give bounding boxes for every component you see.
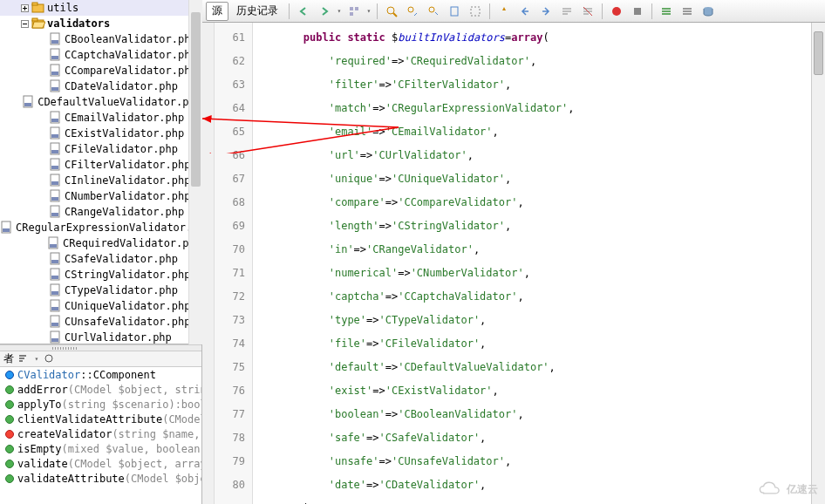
outline-method[interactable]: clientValidateAttribute(CModel …: [0, 412, 201, 426]
file-label: CSafeValidator.php: [65, 253, 178, 265]
outline-method[interactable]: addError(CModel $object, string …: [0, 382, 201, 397]
nav-fwd-button[interactable]: [315, 2, 334, 21]
outline-method[interactable]: applyTo(string $scenario):boole…: [0, 397, 201, 412]
folder-open-icon: [31, 17, 45, 31]
tree-file[interactable]: CDefaultValueValidator.php: [0, 94, 201, 110]
tree-folder-utils[interactable]: utils: [0, 0, 201, 16]
php-file-icon: [49, 299, 63, 313]
svg-rect-43: [51, 291, 58, 295]
tree-file[interactable]: CRangeValidator.php: [0, 204, 201, 220]
tree-file[interactable]: CDateValidator.php: [0, 78, 201, 94]
expand-icon[interactable]: [17, 2, 31, 14]
method-label: validate(CModel $object, array …: [17, 458, 201, 470]
tree-scrollbar[interactable]: [188, 0, 202, 344]
tree-file[interactable]: CRegularExpressionValidator.php: [0, 220, 201, 235]
source-tab[interactable]: 源: [206, 2, 228, 21]
tree-folder-validators[interactable]: validators: [0, 16, 201, 31]
php-file-icon: [49, 79, 63, 93]
method-label: validateAttribute(CModel $objec…: [17, 473, 201, 485]
file-label: CTypeValidator.php: [65, 284, 178, 296]
php-file-icon: [49, 126, 63, 140]
tree-file[interactable]: CRequiredValidator.php: [0, 235, 201, 251]
svg-rect-11: [51, 40, 58, 44]
svg-rect-58: [451, 7, 458, 16]
outline-method[interactable]: validate(CModel $object, array …: [0, 456, 201, 471]
filter-icon[interactable]: [44, 353, 56, 365]
split-handle[interactable]: [0, 344, 201, 351]
tree-file[interactable]: CUniqueValidator.php: [0, 298, 201, 314]
format-button[interactable]: [494, 2, 514, 21]
select-button[interactable]: [466, 2, 485, 21]
svg-rect-64: [662, 10, 671, 12]
db-button-3[interactable]: [699, 2, 718, 21]
sort-icon[interactable]: [17, 353, 30, 365]
code-area[interactable]: 6162636465666768697071727374757677787980…: [202, 23, 825, 504]
php-file-icon: [49, 48, 63, 62]
uncomment-button[interactable]: [578, 2, 597, 21]
tree-file[interactable]: CCaptchaValidator.php: [0, 47, 201, 63]
visibility-icon: [5, 415, 14, 424]
bookmark-button[interactable]: [445, 2, 464, 21]
file-label: CNumberValidator.php: [65, 190, 191, 202]
dropdown-icon[interactable]: ▾: [33, 355, 40, 363]
svg-point-61: [612, 7, 621, 16]
svg-point-50: [45, 355, 52, 362]
shift-left-button[interactable]: [515, 2, 535, 21]
visibility-icon: [5, 400, 14, 409]
macro-stop-button[interactable]: [628, 2, 647, 21]
tree-file[interactable]: CFilterValidator.php: [0, 157, 201, 173]
dropdown-icon[interactable]: ▾: [365, 7, 372, 15]
history-tab[interactable]: 历史记录: [230, 2, 284, 21]
svg-rect-27: [51, 166, 58, 169]
tree-file[interactable]: CSafeValidator.php: [0, 251, 201, 267]
find-button[interactable]: [382, 2, 401, 21]
find-prev-button[interactable]: [403, 2, 422, 21]
outline-class[interactable]: CValidator::CComponent: [0, 367, 201, 382]
tree-file[interactable]: CEmailValidator.php: [0, 110, 201, 126]
tree-file[interactable]: CInlineValidator.php: [0, 173, 201, 188]
editor-toolbar: 源 历史记录 ▾ ▾: [202, 0, 825, 23]
svg-rect-13: [51, 56, 58, 59]
tree-file[interactable]: CStringValidator.php: [0, 267, 201, 283]
file-label: CInlineValidator.php: [65, 174, 191, 187]
svg-rect-37: [50, 244, 57, 248]
php-file-icon: [49, 32, 63, 46]
outline-class-label: CValidator::CComponent: [17, 369, 156, 381]
find-next-button[interactable]: [424, 2, 443, 21]
tree-file[interactable]: CUrlValidator.php: [0, 330, 201, 344]
outline-toolbar: 者 ▾: [0, 351, 201, 367]
tree-file[interactable]: CNumberValidator.php: [0, 188, 201, 204]
tree-file[interactable]: CTypeValidator.php: [0, 283, 201, 298]
svg-rect-49: [51, 338, 58, 342]
tree-file[interactable]: CCompareValidator.php: [0, 63, 201, 78]
shift-right-button[interactable]: [536, 2, 556, 21]
outline-method[interactable]: isEmpty(mixed $value, boolean $…: [0, 441, 201, 456]
svg-rect-66: [683, 8, 692, 10]
outline-method[interactable]: createValidator(string $name, C…: [0, 426, 201, 441]
code-text[interactable]: public static $builtInValidators=array( …: [253, 23, 825, 504]
tree-file[interactable]: CBooleanValidator.php: [0, 31, 201, 47]
macro-record-button[interactable]: [607, 2, 626, 21]
tree-file[interactable]: CExistValidator.php: [0, 126, 201, 141]
db-button-1[interactable]: [657, 2, 676, 21]
db-button-2[interactable]: [678, 2, 697, 21]
svg-rect-67: [683, 10, 692, 12]
comment-button[interactable]: [557, 2, 576, 21]
outline-method[interactable]: validateAttribute(CModel $objec…: [0, 471, 201, 486]
breadcrumb-button[interactable]: [344, 2, 364, 21]
outline-view[interactable]: CValidator::CComponent addError(CModel $…: [0, 367, 201, 489]
file-tree[interactable]: utils validators CBooleanValidator.phpCC…: [0, 0, 201, 344]
collapse-icon[interactable]: [17, 17, 31, 30]
dropdown-icon[interactable]: ▾: [336, 7, 343, 15]
php-file-icon: [47, 236, 61, 250]
editor-scrollbar[interactable]: [811, 23, 825, 504]
file-label: CUrlValidator.php: [65, 331, 172, 344]
method-label: isEmpty(mixed $value, boolean $…: [17, 443, 201, 455]
fold-bar[interactable]: [202, 23, 215, 504]
tree-file[interactable]: CUnsafeValidator.php: [0, 314, 201, 330]
file-label: CFileValidator.php: [65, 143, 178, 155]
folder-label: utils: [47, 2, 78, 14]
tree-file[interactable]: CFileValidator.php: [0, 141, 201, 157]
nav-back-button[interactable]: [294, 2, 313, 21]
outline-toolbar-label: 者: [3, 351, 14, 366]
